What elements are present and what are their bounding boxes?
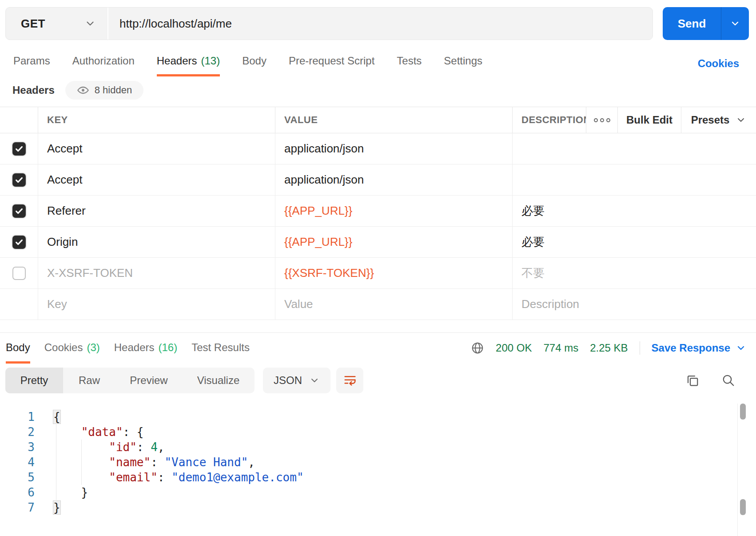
search-button[interactable] (719, 371, 738, 390)
code-editor: 1{2 "data": {3 "id": 4,4 "name": "Vance … (0, 409, 733, 515)
header-key-cell[interactable]: Origin (47, 235, 78, 249)
response-toolbar: Pretty Raw Preview Visualize JSON (0, 368, 756, 393)
view-visualize[interactable]: Visualize (182, 368, 255, 393)
value-placeholder[interactable]: Value (284, 297, 313, 311)
response-meta: 200 OK 774 ms 2.25 KB Save Response (471, 336, 746, 360)
header-key-cell[interactable]: X-XSRF-TOKEN (47, 266, 133, 280)
line-number: 1 (0, 409, 35, 424)
line-number: 7 (0, 500, 35, 515)
line-number: 3 (0, 440, 35, 455)
request-url-bar: GET http://localhost/api/me (5, 7, 653, 40)
section-divider (0, 332, 756, 333)
line-number: 4 (0, 455, 35, 470)
header-value-cell[interactable]: application/json (284, 142, 364, 156)
column-description: DESCRIPTION (521, 114, 586, 126)
response-tab-test-results[interactable]: Test Results (191, 336, 250, 364)
column-options-button[interactable] (586, 107, 617, 133)
chevron-down-icon (736, 115, 746, 125)
code-line: 6 } (0, 485, 733, 500)
column-key: KEY (47, 114, 68, 126)
status-badge: 200 OK (496, 342, 532, 354)
hidden-headers-toggle[interactable]: 8 hidden (65, 81, 143, 100)
code-lines: 1{2 "data": {3 "id": 4,4 "name": "Vance … (0, 409, 733, 515)
search-icon (722, 374, 735, 387)
send-button[interactable]: Send (663, 7, 721, 40)
check-icon (14, 144, 24, 154)
globe-icon[interactable] (471, 341, 484, 355)
code-line: 5 "email": "demo1@example.com" (0, 470, 733, 485)
tab-settings[interactable]: Settings (444, 52, 482, 76)
response-size: 2.25 KB (590, 342, 628, 354)
headers-title: Headers (12, 84, 55, 96)
chevron-down-icon (84, 18, 96, 29)
save-response-button[interactable]: Save Response (652, 342, 746, 354)
format-select[interactable]: JSON (263, 368, 330, 393)
scrollbar-track (737, 404, 738, 536)
headers-subbar: Headers 8 hidden (12, 81, 143, 100)
tab-pre-request-script[interactable]: Pre-request Script (289, 52, 374, 76)
description-placeholder[interactable]: Description (521, 297, 579, 311)
row-checkbox[interactable] (12, 204, 26, 218)
header-key-cell[interactable]: Accept (47, 142, 83, 156)
method-label: GET (21, 17, 45, 31)
url-value: http://localhost/api/me (119, 17, 232, 31)
line-number: 5 (0, 470, 35, 485)
headers-table-header: KEY VALUE DESCRIPTION Bulk Edit Presets (0, 107, 756, 133)
response-tab-cookies[interactable]: Cookies(3) (44, 336, 100, 364)
column-value: VALUE (284, 114, 318, 126)
header-row: X-XSRF-TOKEN {{XSRF-TOKEN}} 不要 (0, 258, 756, 289)
view-raw[interactable]: Raw (63, 368, 115, 393)
row-checkbox[interactable] (12, 142, 26, 156)
send-button-group: Send (663, 7, 749, 40)
wrap-lines-button[interactable] (336, 368, 363, 393)
copy-button[interactable] (683, 371, 702, 390)
indent-guide (81, 440, 82, 485)
view-mode-switcher: Pretty Raw Preview Visualize (5, 368, 255, 393)
scrollbar-thumb[interactable] (740, 404, 746, 420)
response-tab-body[interactable]: Body (6, 336, 30, 364)
scrollbar-thumb[interactable] (740, 499, 746, 515)
line-number: 6 (0, 485, 35, 500)
bulk-edit-button[interactable]: Bulk Edit (617, 107, 681, 133)
header-value-cell[interactable]: {{APP_URL}} (284, 204, 352, 218)
header-value-cell[interactable]: {{XSRF-TOKEN}} (284, 266, 374, 280)
header-description-cell[interactable]: 必要 (521, 203, 545, 219)
header-row: Accept application/json (0, 164, 756, 196)
header-description-cell[interactable]: 必要 (521, 234, 545, 250)
chevron-down-icon (309, 375, 320, 386)
tab-headers[interactable]: Headers(13) (157, 52, 220, 76)
cookies-link[interactable]: Cookies (698, 57, 739, 70)
method-select[interactable]: GET (6, 8, 108, 40)
check-icon (14, 175, 24, 185)
send-options-button[interactable] (721, 7, 749, 40)
chevron-down-icon (736, 343, 746, 353)
view-pretty[interactable]: Pretty (5, 368, 63, 393)
tab-authorization[interactable]: Authorization (72, 52, 135, 76)
header-key-cell[interactable]: Accept (47, 173, 83, 187)
header-key-cell[interactable]: Referer (47, 204, 86, 218)
header-row: Referer {{APP_URL}} 必要 (0, 196, 756, 227)
postman-app: GET http://localhost/api/me Send Params … (0, 0, 756, 536)
presets-button[interactable]: Presets (681, 107, 756, 133)
code-line: 2 "data": { (0, 424, 733, 440)
tab-body[interactable]: Body (242, 52, 267, 76)
code-line: 4 "name": "Vance Hand", (0, 455, 733, 470)
header-value-cell[interactable]: application/json (284, 173, 364, 187)
header-value-cell[interactable]: {{APP_URL}} (284, 235, 352, 249)
tab-params[interactable]: Params (13, 52, 50, 76)
response-tab-headers[interactable]: Headers(16) (114, 336, 177, 364)
row-checkbox[interactable] (12, 173, 26, 187)
wrap-lines-icon (343, 374, 357, 387)
eye-icon (77, 84, 89, 96)
tab-tests[interactable]: Tests (397, 52, 422, 76)
line-number: 2 (0, 424, 35, 440)
copy-icon (686, 374, 699, 387)
row-checkbox[interactable] (12, 267, 26, 280)
code-line: 7} (0, 500, 733, 515)
headers-table: KEY VALUE DESCRIPTION Bulk Edit Presets … (0, 107, 756, 320)
header-description-cell[interactable]: 不要 (521, 265, 545, 281)
key-placeholder[interactable]: Key (47, 297, 67, 311)
row-checkbox[interactable] (12, 236, 26, 249)
url-input[interactable]: http://localhost/api/me (108, 8, 653, 40)
view-preview[interactable]: Preview (115, 368, 182, 393)
